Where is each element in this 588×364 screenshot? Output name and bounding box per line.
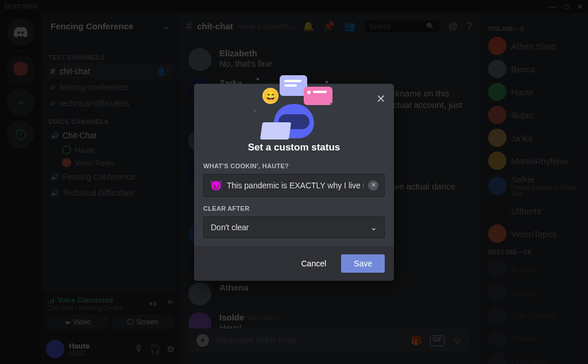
status-text-input[interactable] [227,181,363,190]
chevron-down-icon: ⌄ [370,223,377,232]
modal-title: Set a custom status [194,138,394,162]
save-button[interactable]: Save [341,254,385,273]
modal-overlay[interactable]: ✕ Set a custom status WHAT'S COOKIN', HA… [0,0,588,364]
status-illustration [251,75,337,138]
clear-after-label: CLEAR AFTER [203,205,385,212]
status-emoji-picker[interactable]: 😈 [210,179,222,192]
clear-status-icon[interactable]: ✕ [368,180,378,191]
cancel-button[interactable]: Cancel [293,254,334,273]
custom-status-modal: ✕ Set a custom status WHAT'S COOKIN', HA… [194,84,394,281]
clear-after-value: Don't clear [211,223,249,232]
app-window: DISCORD — □ ✕ ＋ Fencing Conference ⌄ [0,0,588,364]
clear-after-select[interactable]: Don't clear ⌄ [203,216,385,238]
status-input-label: WHAT'S COOKIN', HAUTE? [203,162,385,169]
status-input-row: 😈 ✕ [203,174,385,197]
modal-footer: Cancel Save [194,246,394,281]
modal-hero [194,84,394,138]
